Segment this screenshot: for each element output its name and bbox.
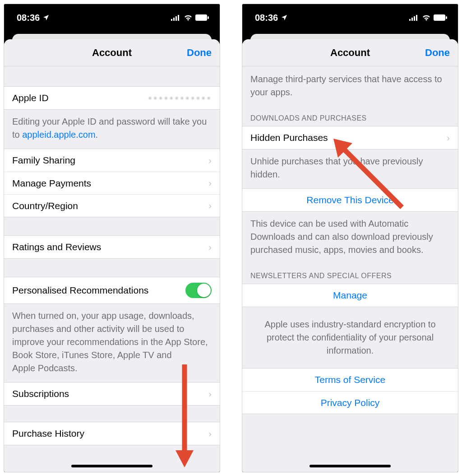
chevron-right-icon: ›	[208, 178, 212, 188]
svg-rect-12	[434, 14, 445, 21]
wifi-icon	[422, 14, 431, 21]
svg-rect-3	[178, 15, 179, 21]
purchase-history-group: Purchase History ›	[4, 422, 220, 445]
appleid-link[interactable]: appleid.apple.com	[22, 130, 95, 140]
remove-device-footer: This device can be used with Automatic D…	[242, 212, 458, 264]
phone-screen-2: 08:36 Account Done Manage third-party se…	[242, 4, 458, 472]
svg-rect-11	[416, 15, 417, 21]
chevron-right-icon: ›	[208, 429, 212, 439]
apple-id-footer: Editing your Apple ID and password will …	[4, 110, 220, 149]
newsletters-section-header: Newsletters and Special Offers	[242, 264, 458, 284]
location-icon	[281, 14, 288, 21]
remove-device-group: Remove This Device	[242, 188, 458, 212]
battery-icon	[195, 14, 209, 21]
legal-links-group: Terms of Service Privacy Policy	[242, 368, 458, 414]
remove-device-button[interactable]: Remove This Device	[242, 189, 458, 211]
ratings-group: Ratings and Reviews ›	[4, 235, 220, 259]
manage-payments-row[interactable]: Manage Payments ›	[4, 172, 220, 194]
apple-id-group: Apple ID ••••••••••••	[4, 86, 220, 110]
apple-id-value: ••••••••••••	[148, 93, 212, 103]
svg-rect-5	[208, 16, 209, 19]
family-sharing-row[interactable]: Family Sharing ›	[4, 149, 220, 172]
status-time: 08:36	[255, 13, 278, 23]
chevron-right-icon: ›	[447, 133, 450, 143]
svg-rect-13	[446, 16, 447, 19]
privacy-policy-link[interactable]: Privacy Policy	[242, 391, 458, 414]
account-sheet: Account Done Manage third-party services…	[242, 39, 458, 472]
done-button[interactable]: Done	[187, 47, 212, 59]
terms-of-service-link[interactable]: Terms of Service	[242, 369, 458, 391]
apple-id-row[interactable]: Apple ID ••••••••••••	[4, 87, 220, 109]
location-icon	[42, 14, 50, 21]
subscriptions-group: Subscriptions ›	[4, 382, 220, 406]
manage-newsletters-button[interactable]: Manage	[242, 284, 458, 307]
svg-rect-4	[195, 14, 207, 21]
status-bar: 08:36	[242, 4, 458, 31]
chevron-right-icon: ›	[208, 242, 212, 252]
apple-id-label: Apple ID	[12, 93, 148, 103]
personalised-recs-row: Personalised Recommendations	[4, 277, 220, 303]
purchase-history-row[interactable]: Purchase History ›	[4, 422, 220, 445]
status-time: 08:36	[17, 13, 40, 23]
wifi-icon	[184, 14, 193, 21]
cellular-signal-icon	[409, 14, 419, 21]
status-bar: 08:36	[4, 4, 220, 31]
personalised-recs-footer: When turned on, your app usage, download…	[4, 304, 220, 382]
hidden-purchases-footer: Unhide purchases that you have previousl…	[242, 149, 458, 188]
home-indicator[interactable]	[71, 465, 152, 467]
svg-rect-0	[171, 19, 172, 21]
chevron-right-icon: ›	[208, 201, 212, 211]
country-region-row[interactable]: Country/Region ›	[4, 194, 220, 217]
svg-rect-9	[411, 18, 413, 21]
nav-header: Account Done	[242, 39, 458, 66]
hidden-purchases-group: Hidden Purchases ›	[242, 126, 458, 149]
nav-title: Account	[92, 47, 132, 59]
cellular-signal-icon	[171, 14, 181, 21]
manage-newsletters-group: Manage	[242, 284, 458, 307]
chevron-right-icon: ›	[208, 389, 212, 399]
hidden-purchases-row[interactable]: Hidden Purchases ›	[242, 126, 458, 149]
ratings-reviews-row[interactable]: Ratings and Reviews ›	[4, 236, 220, 258]
svg-rect-2	[176, 16, 177, 21]
home-indicator[interactable]	[310, 465, 391, 467]
recommendations-group: Personalised Recommendations	[4, 277, 220, 304]
third-party-footer: Manage third-party services that have ac…	[242, 66, 458, 106]
chevron-right-icon: ›	[208, 155, 212, 166]
svg-rect-8	[409, 19, 411, 21]
nav-title: Account	[330, 47, 370, 59]
personalised-recs-toggle[interactable]	[185, 283, 212, 298]
done-button[interactable]: Done	[425, 47, 450, 59]
nav-header: Account Done	[4, 39, 220, 66]
downloads-section-header: Downloads and Purchases	[242, 106, 458, 126]
svg-rect-10	[414, 16, 415, 21]
encryption-footer: Apple uses industry-standard encryption …	[242, 307, 458, 368]
account-sheet: Account Done Apple ID •••••••••••• Editi…	[4, 39, 220, 472]
svg-rect-1	[173, 18, 175, 21]
subscriptions-row[interactable]: Subscriptions ›	[4, 383, 220, 405]
phone-screen-1: 08:36 Account Done Appl	[4, 4, 220, 472]
battery-icon	[434, 14, 447, 21]
account-settings-group: Family Sharing › Manage Payments › Count…	[4, 149, 220, 217]
